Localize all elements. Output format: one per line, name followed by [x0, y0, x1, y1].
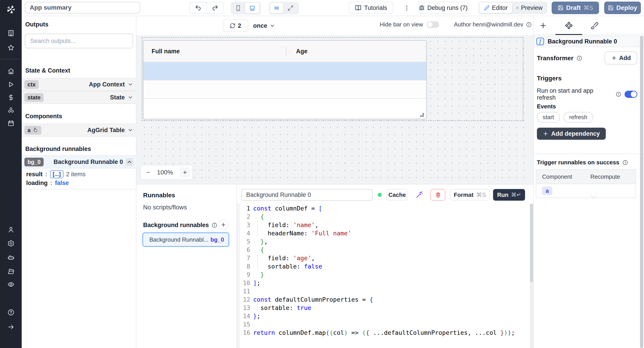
code-line[interactable]: 5 }, — [237, 237, 533, 246]
code-line[interactable]: 16return columnDef.map((col) => ({ ...de… — [237, 328, 533, 337]
add-transformer-button[interactable]: Add — [605, 52, 637, 65]
section-divider — [534, 154, 644, 154]
preview-tab[interactable]: Preview — [512, 3, 546, 13]
hide-bar-toggle[interactable] — [427, 21, 439, 28]
column-divider[interactable] — [286, 47, 286, 56]
editor-tab[interactable]: Editor — [480, 3, 512, 13]
component-a-badge[interactable]: a — [542, 187, 552, 195]
deploy-button[interactable]: Deploy — [604, 2, 641, 14]
output-row-state[interactable]: state State — [22, 91, 136, 104]
home-icon[interactable] — [0, 65, 22, 77]
canvas-grid[interactable]: Full name Age − 100% + — [136, 35, 533, 184]
redo-button[interactable] — [206, 3, 223, 13]
line-number: 15 — [240, 320, 250, 328]
code-line[interactable]: 12const defaultColumnProperties = { — [237, 295, 533, 304]
right-panel-tabs — [534, 16, 644, 35]
code-editor[interactable]: 1const columnDef = [2 {3 field: 'name',4… — [237, 203, 533, 348]
play-icon[interactable] — [0, 78, 22, 91]
code-line[interactable]: 13 sortable: true — [237, 304, 533, 312]
code-line[interactable]: 3 field: 'name', — [237, 221, 533, 229]
code-line[interactable]: 8 sortable: false — [237, 262, 533, 271]
refresh-mode-dropdown[interactable]: once — [253, 20, 275, 32]
ai-wand-button[interactable] — [416, 191, 423, 199]
table-row[interactable] — [144, 80, 426, 99]
styling-tab[interactable] — [588, 20, 602, 31]
code-line[interactable]: 9 } — [237, 271, 533, 279]
help-circle-icon[interactable] — [0, 306, 22, 319]
table-col-age[interactable]: Age — [296, 48, 308, 55]
output-row-component-a[interactable]: a AgGrid Table — [22, 124, 136, 137]
indent-guide — [258, 254, 258, 271]
run-on-start-toggle[interactable] — [624, 91, 637, 98]
add-dependency-button[interactable]: Add dependency — [537, 128, 606, 140]
dollar-icon[interactable] — [0, 91, 22, 104]
code-line[interactable]: 14}; — [237, 312, 533, 320]
ctx-id-badge[interactable]: ctx — [24, 80, 39, 89]
delete-runnable-button[interactable] — [430, 189, 446, 201]
background-runnable-item[interactable]: Background Runnabl... bg_0 — [142, 232, 229, 247]
search-outputs-input[interactable] — [25, 34, 133, 48]
arrow-right-icon[interactable] — [0, 321, 22, 333]
bg0-id-badge[interactable]: bg_0 — [24, 158, 44, 166]
code-line[interactable]: 2 { — [237, 213, 533, 221]
eye-icon[interactable] — [0, 278, 22, 291]
folder-open-icon[interactable] — [0, 265, 22, 278]
maximize-icon — [287, 5, 294, 12]
fullscreen-layout-button[interactable] — [284, 3, 297, 14]
result-array-badge[interactable]: [...] — [50, 170, 64, 178]
hide-bar-control: Hide bar on view — [380, 21, 439, 28]
building-icon[interactable] — [0, 27, 22, 39]
undo-button[interactable] — [190, 3, 206, 13]
code-line[interactable]: 6 { — [237, 246, 533, 254]
code-line[interactable]: 7 field: 'age', — [237, 254, 533, 262]
run-button[interactable]: Run ⌘↵ — [493, 189, 525, 201]
editor-scrollbar[interactable] — [530, 203, 533, 348]
refresh-mode-value: once — [253, 22, 267, 29]
more-menu-button[interactable] — [402, 3, 412, 13]
table-col-full-name[interactable]: Full name — [152, 48, 180, 55]
boxes-icon[interactable] — [0, 104, 22, 116]
debug-runs-button[interactable]: Debug runs (7) — [418, 2, 468, 14]
draft-button[interactable]: Draft ⌘S — [552, 2, 599, 14]
tutorials-button[interactable]: Tutorials — [348, 2, 393, 14]
editor-preview-toggle: Editor Preview — [478, 2, 548, 14]
component-settings-tab[interactable] — [562, 20, 576, 31]
format-button[interactable]: Format ⌘S — [450, 189, 490, 201]
table-row-selected[interactable] — [144, 62, 426, 80]
star-icon[interactable] — [0, 41, 22, 54]
windmill-logo[interactable] — [0, 2, 22, 17]
calendar-icon[interactable] — [0, 117, 22, 129]
refresh-count-button[interactable]: 2 — [223, 20, 248, 32]
runnable-name-input[interactable] — [241, 189, 373, 201]
code-line[interactable]: 15 — [237, 320, 533, 328]
bot-icon[interactable] — [0, 251, 22, 264]
code-line[interactable]: 10]; — [237, 279, 533, 287]
output-row-bg0[interactable]: bg_0 Background Runnable 0 — [22, 155, 136, 168]
aggrid-table-component[interactable]: Full name Age — [143, 40, 427, 119]
canvas-toolbar: 2 once Hide bar on view Author henri@win… — [136, 16, 533, 35]
resize-handle[interactable] — [420, 113, 424, 117]
zoom-in-button[interactable]: + — [180, 167, 190, 178]
code-lines[interactable]: 1const columnDef = [2 {3 field: 'name',4… — [237, 203, 533, 337]
cache-button[interactable]: Cache — [386, 189, 408, 201]
code-line[interactable]: 4 headerName: 'Full name' — [237, 229, 533, 237]
zoom-out-button[interactable]: − — [146, 169, 150, 176]
user-icon[interactable] — [0, 223, 22, 236]
app-summary-input[interactable] — [25, 2, 140, 14]
output-row-ctx[interactable]: ctx App Context — [22, 78, 136, 91]
bg0-result-row: result : [...] 2 items — [26, 170, 86, 178]
mobile-view-button[interactable] — [232, 3, 245, 14]
collapse-bg0-button[interactable] — [126, 158, 133, 166]
state-id-badge[interactable]: state — [24, 93, 44, 102]
scrollbar-thumb[interactable] — [530, 204, 533, 282]
add-background-runnable-button[interactable] — [218, 220, 229, 230]
settings-icon[interactable] — [0, 237, 22, 250]
insert-component-tab[interactable] — [536, 20, 550, 31]
format-label: Format — [454, 192, 474, 198]
code-line[interactable]: 1const columnDef = [ — [237, 204, 533, 213]
desktop-view-button[interactable] — [245, 3, 260, 14]
center-layout-button[interactable] — [270, 3, 283, 14]
component-a-badge[interactable]: a — [24, 126, 41, 135]
panel-scrollbar[interactable] — [640, 36, 643, 348]
code-line[interactable]: 11 — [237, 287, 533, 295]
